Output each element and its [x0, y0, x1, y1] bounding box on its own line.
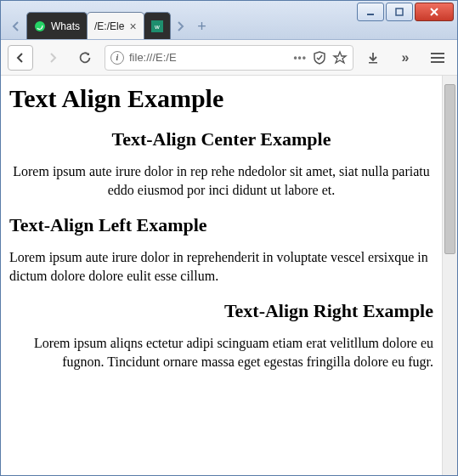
tracking-protection-icon[interactable]	[312, 50, 327, 65]
svg-rect-4	[396, 8, 403, 15]
tab-active[interactable]: /E:/Ele ×	[87, 12, 144, 39]
site-icon: w	[151, 20, 163, 32]
tab-close-icon[interactable]: ×	[129, 20, 136, 32]
overflow-button[interactable]: »	[393, 45, 418, 71]
titlebar: Whats /E:/Ele × w +	[1, 1, 457, 40]
tab-label: Whats	[51, 20, 80, 32]
section-heading: Text-Align Right Example	[9, 300, 433, 322]
tab-inactive[interactable]: Whats	[26, 12, 88, 39]
url-text: file:///E:/E	[129, 51, 288, 64]
new-tab-button[interactable]: +	[190, 14, 214, 39]
page-actions-icon[interactable]: •••	[293, 52, 307, 64]
svg-point-0	[35, 21, 45, 31]
window-close-button[interactable]	[415, 3, 454, 21]
svg-rect-5	[369, 62, 377, 64]
whatsapp-icon	[34, 20, 46, 32]
page-content: Text Align Example Text-Align Center Exa…	[1, 76, 442, 475]
svg-rect-1	[151, 20, 163, 32]
bookmark-icon[interactable]	[332, 50, 348, 65]
content-viewport: Text Align Example Text-Align Center Exa…	[1, 76, 457, 475]
tab-scroll-right[interactable]	[170, 14, 190, 39]
tab-label: /E:/Ele	[94, 20, 124, 32]
forward-button[interactable]	[40, 45, 65, 71]
downloads-button[interactable]	[360, 45, 386, 71]
section-heading: Text-Align Center Example	[9, 128, 433, 150]
window-controls	[355, 1, 457, 39]
menu-button[interactable]	[425, 45, 450, 71]
vertical-scrollbar[interactable]	[442, 76, 457, 475]
page-title: Text Align Example	[9, 84, 433, 113]
section-heading: Text-Align Left Example	[9, 214, 433, 236]
reload-button[interactable]	[72, 45, 98, 71]
tab-strip: Whats /E:/Ele × w +	[6, 1, 355, 39]
browser-window: Whats /E:/Ele × w +	[0, 0, 458, 476]
tab-overflow[interactable]: w	[144, 12, 171, 39]
svg-text:w: w	[154, 23, 160, 31]
section-body: Lorem ipsum aliqns ectetur adipi scingua…	[9, 334, 433, 371]
scrollbar-thumb[interactable]	[444, 84, 455, 254]
maximize-button[interactable]	[386, 3, 413, 21]
section-body: Lorem ipsum aute irure dolor in rep rehe…	[9, 162, 433, 199]
minimize-button[interactable]	[357, 3, 384, 21]
back-button[interactable]	[8, 45, 33, 71]
toolbar: i file:///E:/E ••• »	[1, 40, 457, 76]
tab-scroll-left[interactable]	[6, 14, 26, 39]
section-body: Lorem ipsum aute irure dolor in reprehen…	[9, 248, 433, 285]
site-info-icon[interactable]: i	[110, 51, 124, 65]
address-bar[interactable]: i file:///E:/E •••	[105, 45, 353, 71]
svg-rect-3	[367, 14, 374, 15]
